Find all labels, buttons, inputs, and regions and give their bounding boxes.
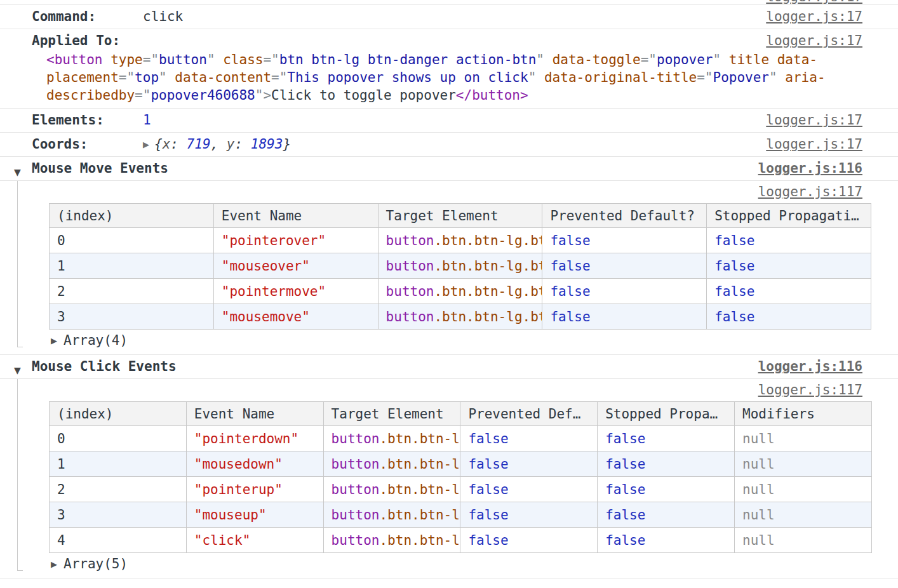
group-content-mouse-click: logger.js:117 (index)Event NameTarget El… bbox=[0, 379, 898, 578]
table-row: 3"mousemove"button.btn.btn-lg.btn-danger… bbox=[50, 304, 871, 330]
command-label: Command: bbox=[0, 8, 143, 25]
mouse-move-events-table: (index)Event NameTarget ElementPrevented… bbox=[49, 203, 871, 330]
source-link[interactable]: logger.js:117 bbox=[758, 184, 862, 200]
table-cell: "mouseover" bbox=[213, 253, 378, 279]
table-cell: 0 bbox=[50, 228, 214, 253]
table-cell: 1 bbox=[50, 451, 187, 477]
table-column-header[interactable]: Prevented Default? bbox=[542, 204, 707, 228]
array-preview-row[interactable]: ▶Array(4) bbox=[0, 330, 898, 351]
table-cell: button.btn.btn-lg.btn-danger.action-btn bbox=[323, 451, 460, 477]
table-column-header[interactable]: (index) bbox=[50, 402, 187, 426]
group-title: Mouse Move Events bbox=[0, 160, 168, 177]
group-header-mouse-click-events[interactable]: ▼ Mouse Click Events logger.js:116 bbox=[0, 355, 898, 379]
source-link[interactable]: logger.js:17 bbox=[766, 0, 862, 4]
array-preview-label: Array(5) bbox=[64, 556, 128, 571]
table-cell: false bbox=[542, 279, 707, 304]
table-cell: false bbox=[542, 304, 707, 330]
table-cell: button.btn.btn-lg.btn-danger.action-btn bbox=[323, 502, 460, 528]
table-column-header[interactable]: Event Name bbox=[213, 204, 378, 228]
table-cell: null bbox=[734, 502, 871, 528]
table-cell: null bbox=[734, 451, 871, 477]
table-column-header[interactable]: Target Element bbox=[323, 402, 460, 426]
source-link[interactable]: logger.js:17 bbox=[766, 32, 862, 50]
table-cell: button.btn.btn-lg.btn-danger.action-btn bbox=[323, 426, 460, 451]
table-cell: false bbox=[707, 304, 871, 330]
table-cell: false bbox=[542, 228, 707, 253]
table-cell: button.btn.btn-lg.btn-danger.action-btn bbox=[378, 304, 542, 330]
array-preview-label: Array(4) bbox=[64, 333, 128, 348]
table-cell: button.btn.btn-lg.btn-danger.action-btn bbox=[378, 253, 542, 279]
table-cell: false bbox=[707, 279, 871, 304]
table-cell: "pointerover" bbox=[213, 228, 378, 253]
table-header-row: (index)Event NameTarget ElementPrevented… bbox=[50, 402, 872, 426]
console-message-applied-to: Applied To: logger.js:17 <button type="b… bbox=[0, 29, 898, 109]
table-cell: false bbox=[598, 426, 735, 451]
table-cell: button.btn.btn-lg.btn-danger.action-btn bbox=[378, 279, 542, 304]
table-row: 2"pointermove"button.btn.btn-lg.btn-dang… bbox=[50, 279, 871, 304]
table-cell: 2 bbox=[50, 477, 187, 502]
table-cell: false bbox=[460, 477, 598, 502]
table-cell: false bbox=[707, 253, 871, 279]
mouse-click-events-table: (index)Event NameTarget ElementPrevented… bbox=[49, 401, 872, 553]
source-link[interactable]: logger.js:117 bbox=[758, 382, 862, 398]
table-row: 0"pointerover"button.btn.btn-lg.btn-dang… bbox=[50, 228, 871, 253]
table-cell: null bbox=[734, 477, 871, 502]
table-cell: "pointerdown" bbox=[186, 426, 323, 451]
table-cell: button.btn.btn-lg.btn-danger.action-btn bbox=[323, 528, 460, 553]
expand-triangle-icon[interactable]: ▶ bbox=[51, 333, 57, 349]
array-preview-row[interactable]: ▶Array(5) bbox=[0, 553, 898, 574]
table-cell: false bbox=[598, 528, 735, 553]
table-column-header[interactable]: Stopped Propagati… bbox=[707, 204, 871, 228]
table-cell: false bbox=[460, 502, 598, 528]
coords-label: Coords: bbox=[0, 136, 143, 153]
expand-triangle-icon[interactable]: ▶ bbox=[143, 136, 149, 153]
table-row: 1"mouseover"button.btn.btn-lg.btn-danger… bbox=[50, 253, 871, 279]
table-cell: "mousedown" bbox=[186, 451, 323, 477]
table-cell: 4 bbox=[50, 528, 187, 553]
table-cell: "mouseup" bbox=[186, 502, 323, 528]
table-cell: "pointermove" bbox=[213, 279, 378, 304]
expand-triangle-icon[interactable]: ▶ bbox=[51, 556, 57, 573]
coords-object-preview: ▶{x: 719, y: 1893} bbox=[143, 136, 766, 153]
command-value: click bbox=[143, 8, 766, 25]
table-column-header[interactable]: Target Element bbox=[378, 204, 542, 228]
source-link[interactable]: logger.js:17 bbox=[766, 136, 862, 153]
source-link[interactable]: logger.js:116 bbox=[758, 358, 862, 375]
table-cell: false bbox=[542, 253, 707, 279]
source-link[interactable]: logger.js:116 bbox=[758, 160, 862, 177]
collapse-triangle-icon[interactable]: ▼ bbox=[14, 164, 21, 181]
table-cell: button.btn.btn-lg.btn-danger.action-btn bbox=[323, 477, 460, 502]
table-cell: false bbox=[460, 426, 598, 451]
table-cell: 3 bbox=[50, 304, 214, 330]
table-cell: "click" bbox=[186, 528, 323, 553]
source-link[interactable]: logger.js:17 bbox=[766, 8, 862, 25]
table-cell: false bbox=[460, 451, 598, 477]
table-cell: button.btn.btn-lg.btn-danger.action-btn bbox=[378, 228, 542, 253]
group-content-mouse-move: logger.js:117 (index)Event NameTarget El… bbox=[0, 181, 898, 355]
table-row: 3"mouseup"button.btn.btn-lg.btn-danger.a… bbox=[50, 502, 872, 528]
table-cell: false bbox=[598, 502, 735, 528]
code-line: placement="top" data-content="This popov… bbox=[46, 69, 898, 86]
table-column-header[interactable]: Stopped Propa… bbox=[598, 402, 735, 426]
table-row: 1"mousedown"button.btn.btn-lg.btn-danger… bbox=[50, 451, 872, 477]
table-column-header[interactable]: (index) bbox=[50, 204, 214, 228]
table-row: 4"click"button.btn.btn-lg.btn-danger.act… bbox=[50, 528, 872, 553]
console-message-coords: Coords: ▶{x: 719, y: 1893} logger.js:17 bbox=[0, 133, 898, 157]
applied-to-label: Applied To: bbox=[0, 32, 120, 50]
group-header-mouse-move-events[interactable]: ▼ Mouse Move Events logger.js:116 bbox=[0, 157, 898, 181]
table-header-row: (index)Event NameTarget ElementPrevented… bbox=[50, 204, 871, 228]
source-link[interactable]: logger.js:17 bbox=[766, 112, 862, 129]
table-cell: 0 bbox=[50, 426, 187, 451]
table-cell: false bbox=[598, 477, 735, 502]
elements-label: Elements: bbox=[0, 112, 143, 129]
console-message-elements: Elements: 1 logger.js:17 bbox=[0, 109, 898, 133]
table-column-header[interactable]: Event Name bbox=[186, 402, 323, 426]
applied-to-html-code[interactable]: <button type="button" class="btn btn-lg … bbox=[0, 50, 898, 108]
group-title: Mouse Click Events bbox=[0, 358, 177, 375]
code-line: <button type="button" class="btn btn-lg … bbox=[46, 51, 898, 69]
table-column-header[interactable]: Modifiers bbox=[734, 402, 871, 426]
table-cell: 2 bbox=[50, 279, 214, 304]
table-column-header[interactable]: Prevented Def… bbox=[460, 402, 598, 426]
collapse-triangle-icon[interactable]: ▼ bbox=[14, 362, 21, 379]
code-line: describedby="popover460688">Click to tog… bbox=[46, 86, 898, 104]
